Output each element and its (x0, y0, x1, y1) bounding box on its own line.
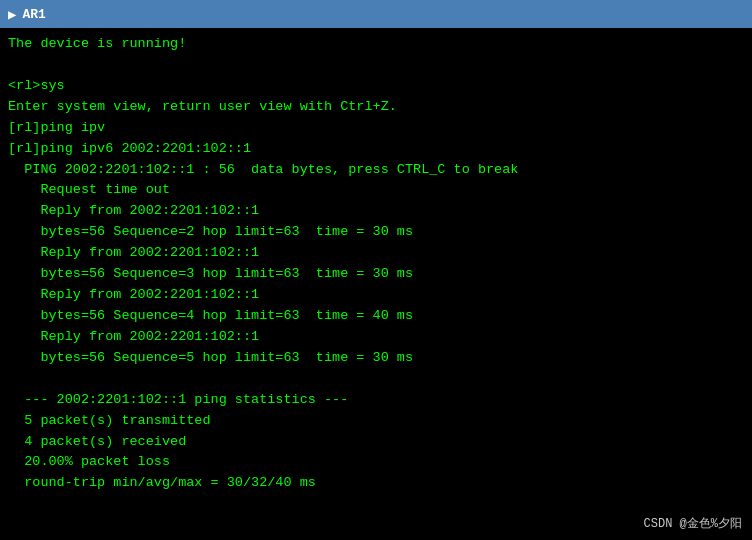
terminal[interactable]: The device is running! <rl>sys Enter sys… (0, 28, 752, 540)
window: ▶ AR1 The device is running! <rl>sys Ent… (0, 0, 752, 540)
terminal-output: The device is running! <rl>sys Enter sys… (8, 34, 744, 494)
window-title: AR1 (22, 7, 45, 22)
title-bar: ▶ AR1 (0, 0, 752, 28)
window-icon: ▶ (8, 6, 16, 23)
watermark: CSDN @金色%夕阳 (644, 515, 742, 532)
